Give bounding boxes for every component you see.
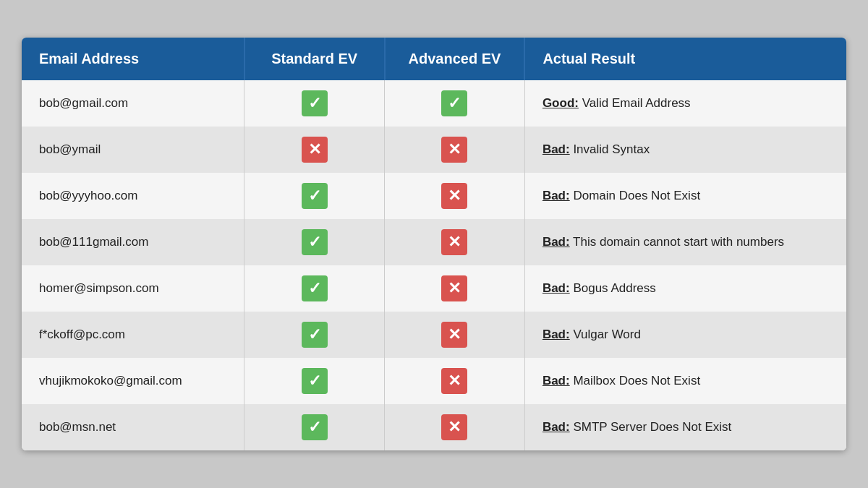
email-cell: bob@msn.net bbox=[22, 404, 244, 450]
standard-ev-cell: ✓ bbox=[244, 173, 385, 219]
check-icon: ✓ bbox=[302, 414, 328, 440]
result-cell: Bad: Bogus Address bbox=[524, 265, 846, 312]
table-row: bob@msn.net✓✕Bad: SMTP Server Does Not E… bbox=[22, 404, 846, 450]
standard-ev-cell: ✓ bbox=[244, 80, 385, 127]
result-text: Valid Email Address bbox=[579, 96, 691, 110]
result-text: Bogus Address bbox=[570, 281, 656, 295]
email-cell: bob@ymail bbox=[22, 127, 244, 173]
result-label: Bad: bbox=[542, 235, 570, 249]
result-cell: Bad: Vulgar Word bbox=[524, 312, 846, 358]
result-cell: Bad: This domain cannot start with numbe… bbox=[524, 219, 846, 265]
email-cell: vhujikmokoko@gmail.com bbox=[22, 358, 244, 404]
check-icon: ✓ bbox=[302, 229, 328, 255]
standard-ev-cell: ✓ bbox=[244, 219, 385, 265]
cross-icon: ✕ bbox=[441, 229, 467, 255]
email-cell: f*ckoff@pc.com bbox=[22, 312, 244, 358]
check-icon: ✓ bbox=[302, 183, 328, 209]
result-text: Vulgar Word bbox=[570, 328, 641, 341]
cross-icon: ✕ bbox=[441, 137, 467, 163]
result-label: Bad: bbox=[542, 281, 570, 295]
check-icon: ✓ bbox=[302, 90, 328, 116]
check-icon: ✓ bbox=[441, 90, 467, 116]
advanced-ev-cell: ✕ bbox=[385, 404, 525, 450]
cross-icon: ✕ bbox=[441, 183, 467, 209]
check-icon: ✓ bbox=[302, 322, 328, 348]
check-icon: ✓ bbox=[302, 368, 328, 394]
header-result: Actual Result bbox=[524, 38, 846, 80]
table-row: homer@simpson.com✓✕Bad: Bogus Address bbox=[22, 265, 846, 312]
table-row: bob@gmail.com✓✓Good: Valid Email Address bbox=[22, 80, 846, 127]
standard-ev-cell: ✓ bbox=[244, 358, 385, 404]
standard-ev-cell: ✓ bbox=[244, 312, 385, 358]
result-text: Mailbox Does Not Exist bbox=[570, 374, 700, 388]
cross-icon: ✕ bbox=[441, 368, 467, 394]
email-cell: bob@yyyhoo.com bbox=[22, 173, 244, 219]
cross-icon: ✕ bbox=[441, 322, 467, 348]
result-label: Bad: bbox=[542, 420, 570, 434]
advanced-ev-cell: ✕ bbox=[385, 219, 525, 265]
result-cell: Bad: Invalid Syntax bbox=[524, 127, 846, 173]
email-cell: bob@111gmail.com bbox=[22, 219, 244, 265]
advanced-ev-cell: ✕ bbox=[385, 312, 525, 358]
table-row: bob@ymail✕✕Bad: Invalid Syntax bbox=[22, 127, 846, 173]
email-cell: homer@simpson.com bbox=[22, 265, 244, 312]
comparison-table: Email Address Standard EV Advanced EV Ac… bbox=[22, 38, 846, 450]
advanced-ev-cell: ✕ bbox=[385, 358, 525, 404]
cross-icon: ✕ bbox=[302, 137, 328, 163]
result-cell: Bad: SMTP Server Does Not Exist bbox=[524, 404, 846, 450]
check-icon: ✓ bbox=[302, 275, 328, 301]
cross-icon: ✕ bbox=[441, 414, 467, 440]
advanced-ev-cell: ✓ bbox=[385, 80, 525, 127]
standard-ev-cell: ✓ bbox=[244, 404, 385, 450]
advanced-ev-cell: ✕ bbox=[385, 265, 525, 312]
advanced-ev-cell: ✕ bbox=[385, 173, 525, 219]
result-label: Bad: bbox=[542, 374, 570, 388]
cross-icon: ✕ bbox=[441, 275, 467, 301]
result-label: Bad: bbox=[542, 328, 570, 341]
table-header-row: Email Address Standard EV Advanced EV Ac… bbox=[22, 38, 846, 80]
result-cell: Bad: Mailbox Does Not Exist bbox=[524, 358, 846, 404]
standard-ev-cell: ✕ bbox=[244, 127, 385, 173]
header-advanced: Advanced EV bbox=[385, 38, 525, 80]
result-text: SMTP Server Does Not Exist bbox=[570, 420, 732, 434]
result-text: Domain Does Not Exist bbox=[570, 189, 700, 202]
table-row: vhujikmokoko@gmail.com✓✕Bad: Mailbox Doe… bbox=[22, 358, 846, 404]
result-label: Bad: bbox=[542, 189, 570, 202]
result-label: Good: bbox=[542, 96, 579, 110]
result-cell: Good: Valid Email Address bbox=[524, 80, 846, 127]
table-row: f*ckoff@pc.com✓✕Bad: Vulgar Word bbox=[22, 312, 846, 358]
result-text: Invalid Syntax bbox=[570, 142, 650, 156]
header-standard: Standard EV bbox=[244, 38, 385, 80]
advanced-ev-cell: ✕ bbox=[385, 127, 525, 173]
result-label: Bad: bbox=[542, 142, 570, 156]
result-cell: Bad: Domain Does Not Exist bbox=[524, 173, 846, 219]
standard-ev-cell: ✓ bbox=[244, 265, 385, 312]
email-cell: bob@gmail.com bbox=[22, 80, 244, 127]
table-row: bob@yyyhoo.com✓✕Bad: Domain Does Not Exi… bbox=[22, 173, 846, 219]
table-row: bob@111gmail.com✓✕Bad: This domain canno… bbox=[22, 219, 846, 265]
header-email: Email Address bbox=[22, 38, 244, 80]
result-text: This domain cannot start with numbers bbox=[570, 235, 784, 249]
